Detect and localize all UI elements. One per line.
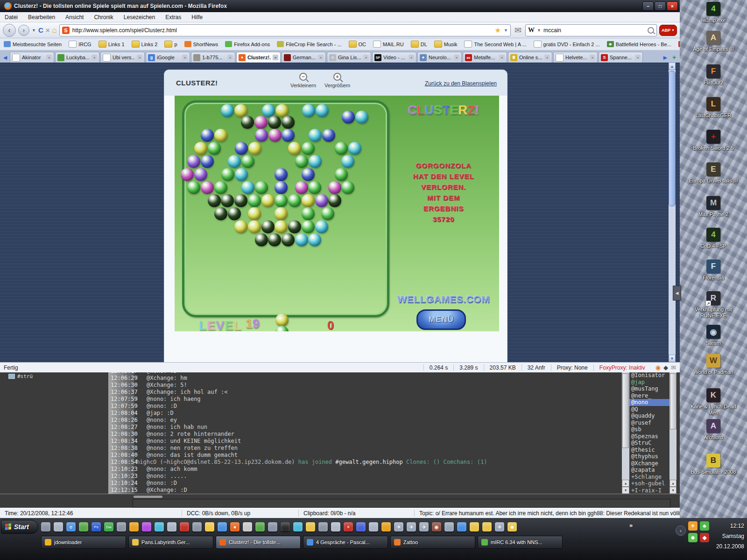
bookmark-item[interactable]: IRCG xyxy=(69,41,92,48)
quick-launch-overflow-icon[interactable]: » xyxy=(629,522,633,529)
start-button[interactable]: Start xyxy=(1,520,38,534)
stop-button[interactable]: × xyxy=(46,26,50,34)
search-engine-dropdown-icon[interactable]: ▼ xyxy=(537,28,541,33)
quick-launch-icon[interactable] xyxy=(155,522,164,532)
history-dropdown-icon[interactable]: ▼ xyxy=(32,28,36,33)
quick-launch-icon[interactable] xyxy=(331,522,340,532)
tab-close-icon[interactable]: × xyxy=(318,55,324,60)
tab-scroll-right-icon[interactable]: ▶ xyxy=(661,52,669,63)
quick-launch-icon[interactable] xyxy=(142,522,151,532)
quick-launch-icon[interactable] xyxy=(79,522,88,532)
scroll-down-icon[interactable]: ▼ xyxy=(669,355,676,362)
menu-bearbeiten[interactable]: Bearbeiten xyxy=(28,14,55,21)
nick-item[interactable]: @zapata xyxy=(629,467,669,474)
nick-item[interactable]: @jap xyxy=(629,379,669,386)
quick-launch-icon[interactable]: ✈ xyxy=(394,522,403,532)
quick-launch-icon[interactable] xyxy=(306,522,315,532)
bookmark-item[interactable]: OC xyxy=(349,41,366,48)
menu-hilfe[interactable]: Hilfe xyxy=(191,14,203,21)
bookmark-item[interactable]: DL xyxy=(411,41,427,48)
minimize-button[interactable]: – xyxy=(642,1,654,11)
tab-metalfe-[interactable]: asMetalfe...× xyxy=(463,52,507,63)
bookmark-item[interactable]: ▼Gratis-Downloads: 10... xyxy=(678,41,680,47)
desktop-icon-florensia[interactable]: FFlorensia xyxy=(681,259,746,281)
menu-button[interactable]: MENÜ xyxy=(416,309,466,330)
quick-launch-icon[interactable] xyxy=(218,522,227,532)
nick-item[interactable]: @sb xyxy=(629,426,669,433)
quick-launch-icon[interactable] xyxy=(167,522,176,532)
search-query[interactable]: mccain xyxy=(543,27,645,34)
desktop-icon-europa-universalis-iii[interactable]: EEuropa Universalis III xyxy=(681,162,746,184)
nick-item[interactable]: @Speznas xyxy=(629,433,669,440)
desktop-icon-max-payne-2[interactable]: MMax Payne 2 xyxy=(681,196,746,217)
tab-1-b775-[interactable]: 1-b775...× xyxy=(191,52,235,63)
tab-close-icon[interactable]: × xyxy=(227,55,233,60)
tab-akinator[interactable]: Akinator× xyxy=(10,52,54,63)
scroll-up-icon[interactable]: ▲ xyxy=(669,480,677,487)
chat-scrollbar[interactable]: ▲ ▼ xyxy=(622,372,629,494)
drag-handle[interactable] xyxy=(134,496,162,498)
nick-list[interactable]: @Ionisator@jap@musTang@nere_@nono@Q@quad… xyxy=(629,372,669,494)
adblock-plus-icon[interactable]: ABP ▼ xyxy=(659,25,677,36)
quick-launch-icon[interactable] xyxy=(255,522,265,532)
url-dropdown-icon[interactable]: ▼ xyxy=(504,28,508,33)
home-button[interactable]: ⌂ xyxy=(52,26,57,35)
menu-lesezeichen[interactable]: Lesezeichen xyxy=(124,14,155,21)
quick-launch-icon[interactable] xyxy=(192,522,202,532)
quick-launch-icon[interactable] xyxy=(41,522,50,532)
desktop-icon-lastchaosger[interactable]: LLastChaosGER xyxy=(681,97,746,119)
quick-launch-icon[interactable] xyxy=(268,522,277,532)
menu-ansicht[interactable]: Ansicht xyxy=(65,14,84,21)
chat-input[interactable] xyxy=(133,499,670,508)
tray-icon[interactable]: ◆ xyxy=(700,533,709,542)
back-to-bubble-games-link[interactable]: Zurück zu den Blasenspielen xyxy=(425,80,497,87)
tab-close-icon[interactable]: × xyxy=(182,55,188,60)
quick-launch-icon[interactable] xyxy=(293,522,303,532)
task-button-mirc-6-34-with-nns-[interactable]: mIRC 6.34 with NNS... xyxy=(478,536,563,549)
nick-item[interactable]: @rusef xyxy=(629,420,669,427)
tab-close-icon[interactable]: × xyxy=(544,55,550,60)
task-button-4-gespr-che-pascal-[interactable]: 4 Gespräche - Pascal... xyxy=(303,536,388,549)
desktop-icon-world-of-padman[interactable]: WWorld of Padman xyxy=(681,354,746,375)
quick-launch-icon[interactable] xyxy=(444,522,454,532)
bookmark-item[interactable]: Links 1 xyxy=(99,41,125,48)
quick-launch-icon[interactable]: × xyxy=(344,522,353,532)
quick-launch-icon[interactable]: ✈ xyxy=(495,522,504,532)
bookmark-item[interactable]: Links 2 xyxy=(132,41,158,48)
nicklist-scrollbar[interactable]: ▲ ▼ xyxy=(669,372,677,494)
tab-close-icon[interactable]: × xyxy=(635,55,641,60)
url-text[interactable]: http://www.spielen.com/spiel/Clusterz.ht… xyxy=(72,27,492,34)
reload-button[interactable]: C xyxy=(38,26,43,34)
task-button-pans-labyrinth-ger-[interactable]: Pans.Labyrinth.Ger... xyxy=(128,536,213,549)
scrollbar-thumb[interactable] xyxy=(670,373,677,429)
gmail-notifier-icon[interactable]: ✉ xyxy=(514,25,521,35)
desktop-icon-cod-4-sp[interactable]: 4CoD 4 - SP xyxy=(681,228,746,249)
bookmark-item[interactable]: p xyxy=(164,41,177,48)
close-button[interactable]: × xyxy=(667,1,678,11)
quick-launch-icon[interactable] xyxy=(205,522,214,532)
channel-tree-item[interactable]: #strü xyxy=(0,372,108,379)
tab-video-[interactable]: SPVideo - ...× xyxy=(372,52,416,63)
menu-chronik[interactable]: Chronik xyxy=(94,14,113,21)
quick-launch-icon[interactable] xyxy=(117,522,126,532)
nick-item[interactable]: @musTang xyxy=(629,385,669,392)
mail-icon[interactable]: ✉ xyxy=(671,364,676,371)
quick-launch-icon[interactable]: ◉ xyxy=(432,522,441,532)
url-bar[interactable]: S http://www.spielen.com/spiel/Clusterz.… xyxy=(59,24,511,36)
quick-launch-icon[interactable] xyxy=(381,522,391,532)
tab-clusterz-[interactable]: ●Clusterz!...× xyxy=(236,52,281,63)
nick-item[interactable]: @nere_ xyxy=(629,392,669,399)
bookmark-item[interactable]: FileCrop File Search - ... xyxy=(277,41,341,47)
tab-scroll-left-icon[interactable]: ◀ xyxy=(1,52,9,63)
quick-launch-icon[interactable] xyxy=(482,522,492,532)
quick-launch-icon[interactable]: e xyxy=(66,522,76,532)
tray-icon[interactable]: ☀ xyxy=(688,521,698,531)
forward-button[interactable]: › xyxy=(18,25,29,36)
nick-item[interactable]: +soh-gubel xyxy=(629,480,669,487)
quick-launch-icon[interactable] xyxy=(470,522,479,532)
quick-launch-icon[interactable]: Ps xyxy=(92,522,101,532)
zoom-in-button[interactable]: + Vergrößern xyxy=(324,73,350,88)
menu-extras[interactable]: Extras xyxy=(165,14,181,21)
chat-log[interactable]: 12:05:17@nono: :D12:06:29@Xchange: hm12:… xyxy=(108,372,622,494)
bookmark-item[interactable]: MAIL.RU xyxy=(373,41,404,48)
